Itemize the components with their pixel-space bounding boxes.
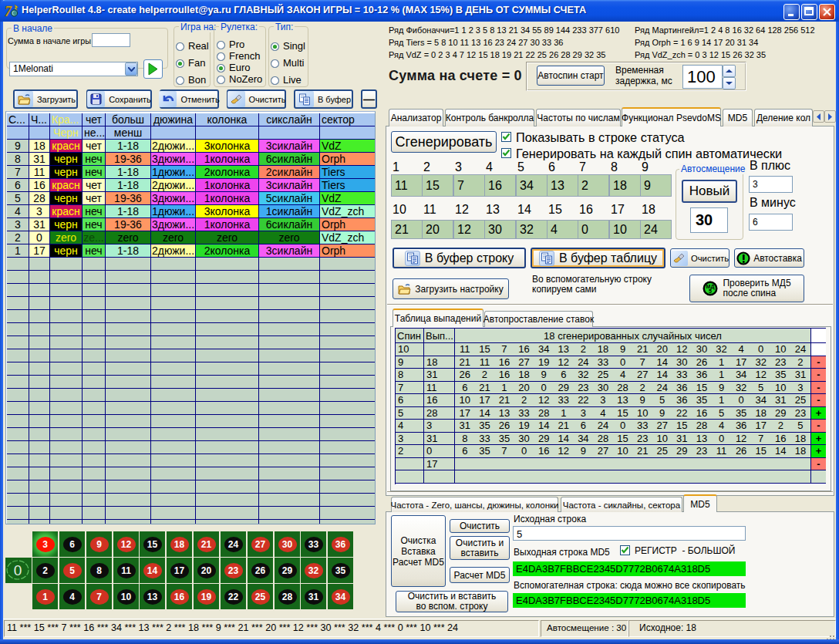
svg-text:0: 0 — [14, 562, 22, 578]
svg-text:5: 5 — [709, 288, 712, 294]
svg-text:7: 7 — [5, 4, 12, 19]
